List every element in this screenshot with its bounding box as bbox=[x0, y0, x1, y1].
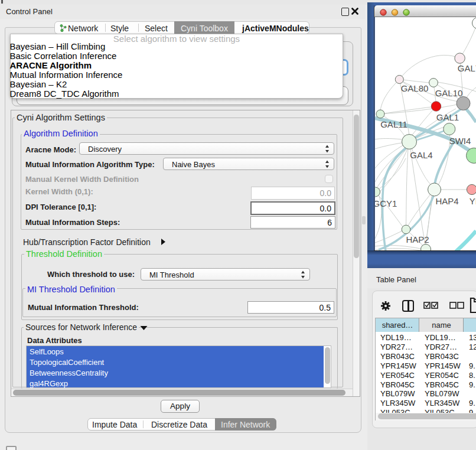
svg-text:HAP2: HAP2 bbox=[406, 234, 429, 244]
svg-text:GCY1: GCY1 bbox=[375, 198, 397, 208]
svg-text:HAP4: HAP4 bbox=[435, 196, 458, 206]
svg-text:SWI4: SWI4 bbox=[449, 136, 471, 146]
svg-text:GAL10: GAL10 bbox=[435, 88, 463, 98]
svg-text:GAL80: GAL80 bbox=[401, 83, 429, 93]
svg-text:GAL7: GAL7 bbox=[458, 63, 476, 73]
svg-text:GAL1: GAL1 bbox=[436, 112, 459, 122]
svg-text:GAL11: GAL11 bbox=[380, 119, 407, 129]
svg-text:YM: YM bbox=[470, 196, 476, 206]
svg-text:GAL4: GAL4 bbox=[410, 150, 432, 160]
